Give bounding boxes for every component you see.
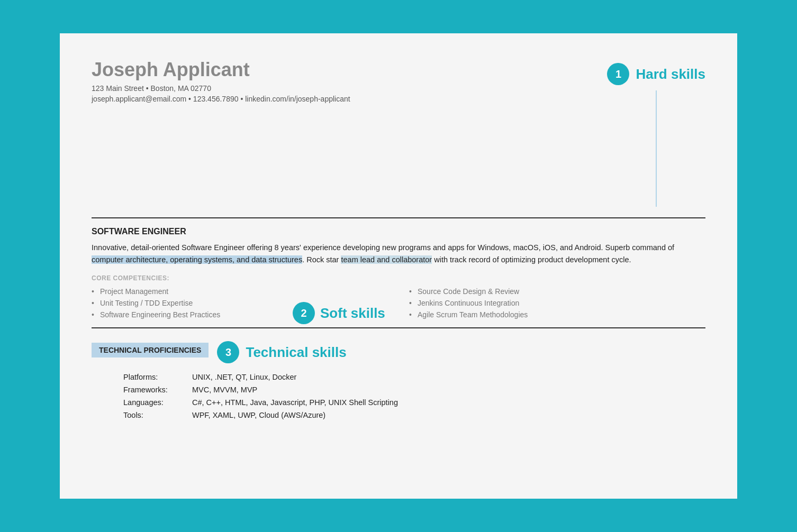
summary-part1: Innovative, detail-oriented Software Eng… (92, 243, 674, 252)
summary-part3: with track record of optimizing product … (432, 255, 631, 264)
tech-label: Platforms: (123, 373, 192, 381)
technical-section: TECHNICAL PROFICIENCIES 3 Technical skil… (92, 337, 705, 419)
annotation-3: 3 Technical skills (217, 341, 346, 363)
list-item: Source Code Design & Review (409, 287, 705, 296)
job-title: SOFTWARE ENGINEER (92, 227, 705, 236)
header-left: Joseph Applicant 123 Main Street • Bosto… (92, 59, 350, 103)
table-row: Tools: WPF, XAML, UWP, Cloud (AWS/Azure) (123, 411, 705, 419)
competencies-grid: Project Management Source Code Design & … (92, 287, 705, 319)
list-item: Project Management (92, 287, 388, 296)
annotation-1-area: 1 Hard skills (607, 59, 705, 207)
section-divider (92, 327, 705, 328)
tech-label: Languages: (123, 398, 192, 407)
contact-line: joseph.applicant@email.com • 123.456.789… (92, 95, 350, 103)
annotation-1-badge: 1 (607, 63, 629, 85)
table-row: Frameworks: MVC, MVVM, MVP (123, 386, 705, 394)
tech-value: WPF, XAML, UWP, Cloud (AWS/Azure) (192, 411, 325, 419)
technical-header-row: TECHNICAL PROFICIENCIES 3 Technical skil… (92, 337, 705, 363)
resume-header: Joseph Applicant 123 Main Street • Bosto… (92, 59, 705, 207)
main-content: SOFTWARE ENGINEER Innovative, detail-ori… (92, 227, 705, 319)
annotation-1: 1 Hard skills (607, 63, 705, 85)
annotation-2-badge: 2 (293, 302, 315, 324)
annotation-1-label: Hard skills (636, 66, 705, 82)
technical-proficiencies-badge: TECHNICAL PROFICIENCIES (92, 343, 209, 357)
annotation-2-wrapper: 2 Soft skills (293, 302, 385, 324)
resume-page: Joseph Applicant 123 Main Street • Bosto… (60, 33, 737, 499)
annotation-2-label: Soft skills (320, 305, 385, 322)
table-row: Languages: C#, C++, HTML, Java, Javascri… (123, 398, 705, 407)
tech-label: Frameworks: (123, 386, 192, 394)
list-item: Agile Scrum Team Methodologies (409, 310, 705, 319)
tech-table: Platforms: UNIX, .NET, QT, Linux, Docker… (123, 373, 705, 419)
tech-value: MVC, MVVM, MVP (192, 386, 257, 394)
tech-value: UNIX, .NET, QT, Linux, Docker (192, 373, 296, 381)
competencies-label: CORE COMPETENCIES: (92, 274, 705, 282)
annotation-3-label: Technical skills (246, 344, 346, 361)
annotation-3-badge: 3 (217, 341, 239, 363)
summary-highlight2: team lead and collaborator (341, 255, 432, 264)
annotation-1-vertical-line (656, 90, 657, 207)
summary-highlight1: computer architecture, operating systems… (92, 255, 302, 264)
summary-part2: . Rock star (302, 255, 341, 264)
applicant-name: Joseph Applicant (92, 59, 350, 81)
tech-label: Tools: (123, 411, 192, 419)
header-divider (92, 217, 705, 218)
list-item: Jenkins Continuous Integration (409, 299, 705, 307)
summary-paragraph: Innovative, detail-oriented Software Eng… (92, 242, 705, 266)
tech-value: C#, C++, HTML, Java, Javascript, PHP, UN… (192, 398, 398, 407)
address-line: 123 Main Street • Boston, MA 02770 (92, 84, 350, 93)
table-row: Platforms: UNIX, .NET, QT, Linux, Docker (123, 373, 705, 381)
